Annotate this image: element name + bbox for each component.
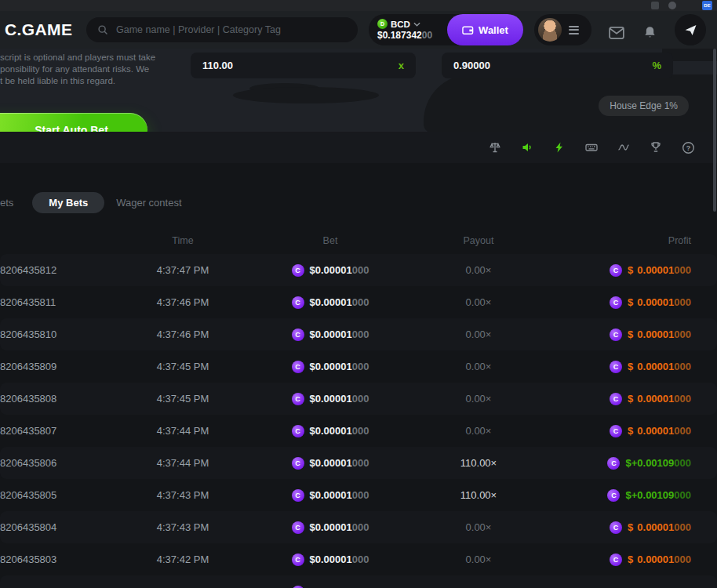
bet-payout: 0.00× bbox=[413, 425, 544, 437]
turbo-bet-icon[interactable] bbox=[552, 140, 566, 154]
bcd-coin-icon: C bbox=[292, 264, 304, 277]
bcd-coin-icon: C bbox=[610, 393, 622, 405]
bet-payout: 0.00× bbox=[413, 554, 544, 565]
table-row[interactable]: 8206435803 4:37:42 PM C $0.00001000 0.00… bbox=[0, 543, 717, 575]
bet-amount: C $0.00001000 bbox=[248, 489, 413, 502]
messages-icon[interactable] bbox=[609, 27, 624, 39]
bcd-coin-icon: C bbox=[610, 328, 622, 341]
payout-value: 110.00 bbox=[202, 60, 233, 71]
svg-text:?: ? bbox=[686, 143, 690, 151]
bet-id: 8206435811 bbox=[0, 296, 118, 308]
profile-menu[interactable] bbox=[534, 14, 591, 45]
leaderboard-trophy-icon[interactable] bbox=[649, 140, 663, 154]
bet-payout: 0.00× bbox=[413, 296, 544, 308]
search-input[interactable] bbox=[115, 24, 347, 36]
bet-amount: C $0.00001000 bbox=[248, 554, 413, 566]
bet-time: 4:37:43 PM bbox=[118, 521, 248, 533]
tab-wager-contest[interactable]: Wager contest bbox=[116, 197, 181, 209]
bet-time: 4:37:42 PM bbox=[118, 554, 248, 565]
fairness-icon[interactable] bbox=[488, 140, 502, 154]
quick-send-button[interactable] bbox=[675, 14, 706, 45]
bet-payout: 0.00× bbox=[413, 521, 544, 533]
wallet-balance: $0.18734200 bbox=[377, 30, 432, 41]
bet-payout: 0.00× bbox=[413, 361, 544, 372]
help-icon[interactable]: ? bbox=[681, 140, 695, 154]
live-stats-icon[interactable] bbox=[617, 140, 631, 154]
table-row[interactable]: 8206435810 4:37:46 PM C $0.00001000 0.00… bbox=[0, 318, 717, 350]
table-row[interactable]: 8206435812 4:37:47 PM C $0.00001000 0.00… bbox=[0, 254, 717, 286]
wallet-button[interactable]: Wallet bbox=[447, 14, 523, 45]
bet-id: 8206435804 bbox=[0, 521, 118, 533]
bcd-coin-icon: C bbox=[292, 328, 304, 341]
bcd-coin-icon: C bbox=[610, 425, 622, 437]
bcd-coin-icon: C bbox=[610, 554, 622, 566]
table-row[interactable]: 8206435811 4:37:46 PM C $0.00001000 0.00… bbox=[0, 286, 717, 318]
browser-extension-icon[interactable] bbox=[651, 2, 659, 9]
chevron-down-icon bbox=[413, 22, 420, 27]
percent-suffix: % bbox=[652, 60, 661, 71]
bet-time: 4:37:46 PM bbox=[118, 296, 248, 308]
site-logo[interactable]: C.GAME bbox=[5, 20, 72, 39]
bet-payout: 110.00× bbox=[413, 489, 544, 501]
bcd-coin-icon: C bbox=[292, 425, 304, 437]
bet-time: 4:37:44 PM bbox=[118, 425, 248, 437]
table-row[interactable]: 8206435807 4:37:44 PM C $0.00001000 0.00… bbox=[0, 415, 717, 447]
user-avatar[interactable] bbox=[538, 18, 562, 42]
bcd-coin-icon: C bbox=[292, 361, 304, 373]
site-header: C.GAME D BCD $0.18734200 bbox=[0, 11, 717, 49]
col-bet: Bet bbox=[248, 235, 413, 246]
bet-payout: 0.00× bbox=[413, 393, 544, 405]
win-chance-input[interactable]: 0.90000 % bbox=[442, 53, 673, 78]
table-row[interactable]: 8206435805 4:37:43 PM C $0.00001000 110.… bbox=[0, 479, 717, 511]
menu-icon bbox=[569, 26, 579, 34]
house-edge-badge: House Edge 1% bbox=[599, 96, 689, 116]
wallet-balance-pill: D BCD $0.18734200 Wallet bbox=[369, 14, 523, 45]
my-bets-table: Time Bet Payout Profit 8206435812 4:37:4… bbox=[0, 227, 717, 588]
hotkeys-icon[interactable] bbox=[584, 140, 599, 154]
bet-profit: C $0.00001000 bbox=[544, 554, 691, 566]
bet-profit: C $0.00001000 bbox=[544, 264, 691, 277]
bet-time: 4:37:44 PM bbox=[118, 457, 248, 469]
col-payout: Payout bbox=[413, 235, 544, 246]
search-bar[interactable] bbox=[86, 17, 358, 42]
bets-table-body: 8206435812 4:37:47 PM C $0.00001000 0.00… bbox=[0, 254, 717, 588]
table-row[interactable]: 8206435804 4:37:43 PM C $0.00001000 0.00… bbox=[0, 511, 717, 543]
bcd-coin-icon: C bbox=[292, 489, 304, 502]
bet-id: 8206435807 bbox=[0, 425, 118, 437]
bcd-coin-icon: C bbox=[292, 457, 304, 470]
table-row[interactable]: C $0.00001000 C bbox=[0, 575, 717, 588]
browser-toolbar: DE bbox=[0, 0, 717, 11]
search-icon bbox=[97, 24, 108, 35]
bet-amount: C $0.00001000 bbox=[248, 264, 413, 277]
bcd-coin-icon: C bbox=[292, 393, 304, 405]
bet-profit: C $0.00001000 bbox=[544, 393, 691, 405]
bet-amount: C $0.00001000 bbox=[248, 586, 413, 588]
bet-profit: C $0.00001000 bbox=[544, 425, 691, 437]
bet-time: 4:37:45 PM bbox=[118, 361, 248, 372]
bet-time: 4:37:45 PM bbox=[118, 393, 248, 405]
win-chance-value: 0.90000 bbox=[453, 60, 490, 71]
bet-id: 8206435812 bbox=[0, 264, 118, 276]
browser-extension-icon[interactable] bbox=[668, 2, 676, 9]
table-row[interactable]: 8206435808 4:37:45 PM C $0.00001000 0.00… bbox=[0, 383, 717, 415]
bet-amount: C $0.00001000 bbox=[248, 457, 413, 470]
payout-input[interactable]: 110.00 x bbox=[191, 53, 416, 78]
tab-all-bets[interactable]: ets bbox=[0, 197, 13, 209]
bets-section: ets My Bets Wager contest Time Bet Payou… bbox=[0, 163, 717, 588]
bet-time: 4:37:46 PM bbox=[118, 328, 248, 340]
bcd-coin-icon: C bbox=[610, 361, 622, 373]
table-row[interactable]: 8206435806 4:37:44 PM C $0.00001000 110.… bbox=[0, 447, 717, 479]
bet-payout: 110.00× bbox=[413, 457, 544, 469]
notifications-bell-icon[interactable] bbox=[643, 25, 657, 40]
table-row[interactable]: 8206435809 4:37:45 PM C $0.00001000 0.00… bbox=[0, 350, 717, 383]
bet-amount: C $0.00001000 bbox=[248, 521, 413, 534]
sound-icon[interactable] bbox=[520, 140, 534, 154]
bet-id: 8206435805 bbox=[0, 489, 118, 501]
bet-profit: C $+0.00109000 bbox=[544, 457, 691, 470]
currency-selector[interactable]: D BCD $0.18734200 bbox=[369, 19, 432, 41]
translator-extension-icon[interactable]: DE bbox=[702, 1, 712, 10]
autobet-disclaimer: script is optional and players must take… bbox=[0, 52, 163, 87]
tab-my-bets[interactable]: My Bets bbox=[32, 192, 104, 213]
page-scrollbar[interactable] bbox=[713, 49, 716, 212]
col-time: Time bbox=[118, 235, 248, 246]
